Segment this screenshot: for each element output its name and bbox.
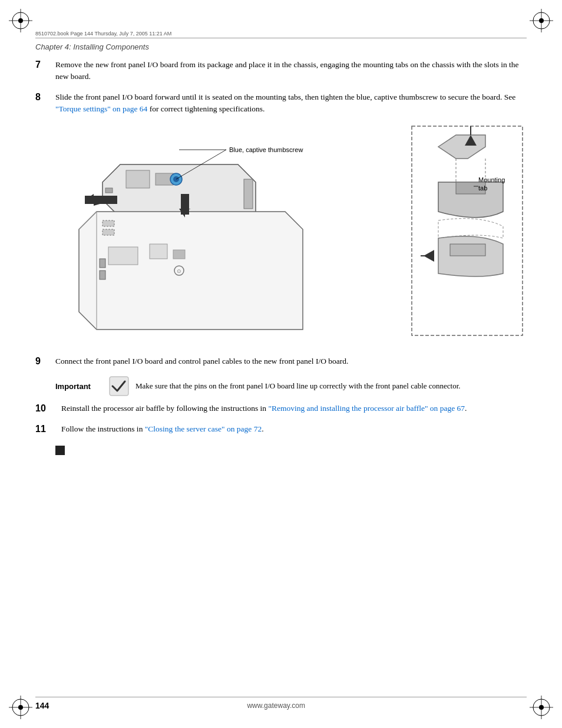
step-9-text: Connect the front panel I/O board and co…	[55, 355, 527, 367]
svg-text:⊙: ⊙	[177, 268, 181, 274]
step-10-text: Reinstall the processor air baffle by fo…	[61, 403, 527, 414]
step-10-number: 10	[35, 403, 61, 414]
header-bar: 8510702.book Page 144 Thursday, July 7, …	[35, 31, 527, 38]
svg-rect-33	[103, 229, 114, 235]
svg-rect-36	[173, 250, 185, 259]
step-8-text-after: for correct tightening specifications.	[147, 104, 265, 113]
main-diagram: Blue, captive thumbscrew	[55, 123, 397, 344]
step-9-number: 9	[35, 355, 55, 367]
important-text: Make sure that the pins on the front pan…	[135, 381, 461, 391]
corner-mark-tr	[527, 6, 556, 35]
step-8-text: Slide the front panel I/O board forward …	[55, 91, 527, 116]
important-box: Important Make sure that the pins on the…	[55, 375, 527, 397]
end-mark	[55, 446, 65, 455]
step-11-number: 11	[35, 423, 61, 434]
svg-rect-23	[105, 188, 113, 193]
svg-rect-56	[450, 244, 485, 256]
step-10-text-before: Reinstall the processor air baffle by fo…	[61, 404, 268, 413]
step-7: 7 Remove the new front panel I/O board f…	[35, 59, 527, 83]
step-7-text: Remove the new front panel I/O board fro…	[55, 59, 527, 83]
svg-rect-40	[100, 271, 105, 279]
step-8-text-before: Slide the front panel I/O board forward …	[55, 93, 515, 101]
corner-mark-bl	[6, 693, 35, 722]
svg-marker-45	[438, 135, 485, 159]
end-mark-container	[35, 443, 527, 457]
removing-installing-link[interactable]: "Removing and installing the processor a…	[268, 404, 465, 413]
torque-settings-link[interactable]: "Torque settings" on page 64	[55, 104, 147, 113]
step-11-text-after: .	[262, 424, 263, 433]
step-8-number: 8	[35, 91, 55, 103]
closing-server-link[interactable]: "Closing the server case" on page 72	[145, 424, 262, 433]
svg-text:Mounting: Mounting	[478, 176, 505, 183]
svg-text:Blue, captive thumbscrew: Blue, captive thumbscrew	[229, 146, 303, 153]
step-11-text: Follow the instructions in "Closing the …	[61, 423, 527, 435]
svg-rect-34	[108, 247, 138, 265]
svg-rect-32	[103, 220, 114, 226]
step-7-number: 7	[35, 59, 55, 70]
svg-marker-18	[103, 164, 256, 218]
diagram-container: Blue, captive thumbscrew	[55, 123, 527, 344]
svg-rect-42	[181, 194, 189, 215]
footer-url: www.gateway.com	[247, 701, 305, 710]
file-info: 8510702.book Page 144 Thursday, July 7, …	[35, 31, 171, 37]
step-8: 8 Slide the front panel I/O board forwar…	[35, 91, 527, 116]
important-label: Important	[55, 382, 103, 391]
step-10: 10 Reinstall the processor air baffle by…	[35, 403, 527, 414]
corner-mark-tl	[6, 6, 35, 35]
step-11: 11 Follow the instructions in "Closing t…	[35, 423, 527, 435]
svg-rect-27	[85, 196, 117, 204]
svg-rect-25	[244, 179, 253, 209]
content-area: 7 Remove the new front panel I/O board f…	[35, 59, 527, 681]
chapter-heading: Chapter 4: Installing Components	[35, 42, 149, 51]
footer: 144 www.gateway.com	[35, 697, 527, 710]
step-10-text-after: .	[465, 404, 467, 413]
step-11-text-before: Follow the instructions in	[61, 424, 145, 433]
corner-mark-br	[527, 693, 556, 722]
important-icon	[108, 375, 130, 397]
svg-rect-19	[126, 170, 150, 188]
svg-rect-39	[100, 259, 105, 268]
svg-text:tab: tab	[478, 185, 487, 192]
step-9: 9 Connect the front panel I/O board and …	[35, 355, 527, 367]
svg-rect-35	[150, 244, 167, 259]
page-number: 144	[35, 701, 49, 710]
side-diagram: Mounting tab	[409, 123, 527, 344]
